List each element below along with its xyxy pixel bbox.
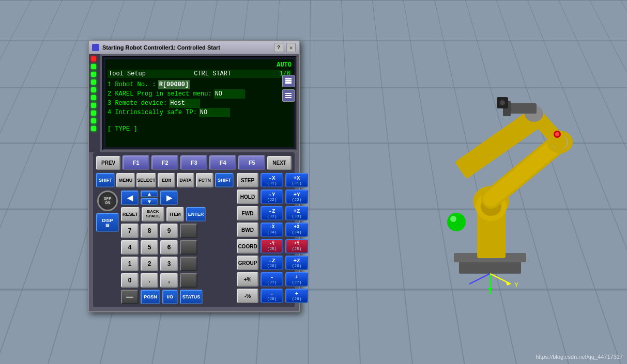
remote-value: Host bbox=[169, 99, 200, 108]
neg-y5-j5-button[interactable]: -Ŷ (J5) bbox=[261, 239, 283, 254]
disp-label: DISP bbox=[102, 218, 113, 223]
svg-rect-31 bbox=[285, 95, 292, 96]
step-button[interactable]: STEP bbox=[237, 173, 258, 187]
num-6[interactable]: 6 bbox=[160, 240, 178, 255]
led-9 bbox=[91, 126, 96, 131]
item-button[interactable]: ITEM bbox=[166, 207, 184, 221]
robot-no-value: R[00000] bbox=[158, 80, 190, 89]
pos-z6-j6-button[interactable]: +Z (J6) bbox=[285, 256, 308, 270]
num-row-4: 0 . , bbox=[121, 273, 206, 288]
num-5[interactable]: 5 bbox=[141, 240, 158, 255]
f5-button[interactable]: F5 bbox=[238, 155, 265, 170]
disp-button[interactable]: DISP ▤ bbox=[96, 213, 119, 232]
pos-j7-button[interactable]: + (J7) bbox=[285, 272, 308, 287]
offon-button[interactable]: OFF ON bbox=[97, 191, 118, 211]
mode-indicator: AUTO bbox=[277, 61, 292, 69]
pos-y5-j5-button[interactable]: +Ŷ (J5) bbox=[285, 239, 308, 254]
disp-icon: ▤ bbox=[105, 223, 110, 228]
side-btn-2[interactable] bbox=[282, 89, 295, 102]
title-bar: Starting Robot Controller1: Controlled S… bbox=[89, 41, 299, 54]
num-comma[interactable]: , bbox=[160, 273, 178, 288]
j4-neg-label: (J4) bbox=[267, 230, 277, 235]
data-button[interactable]: DATA bbox=[177, 173, 194, 187]
j5-neg-label: (J5) bbox=[267, 247, 277, 251]
j8-pos-label: (J8) bbox=[292, 297, 301, 302]
f2-button[interactable]: F2 bbox=[151, 155, 178, 170]
screen-inner: AUTO Tool Setup CTRL START 1/6 1 Robot N… bbox=[105, 59, 294, 147]
num-9[interactable]: 9 bbox=[160, 224, 178, 238]
shift-left-button[interactable]: SHIFT bbox=[96, 173, 115, 187]
window-title: Starting Robot Controller1: Controlled S… bbox=[102, 44, 271, 51]
hold-button[interactable]: HOLD bbox=[237, 189, 258, 204]
neg-j8-button[interactable]: - (J8) bbox=[261, 289, 283, 303]
blank-btn-4 bbox=[180, 273, 197, 288]
num-2[interactable]: 2 bbox=[141, 257, 158, 271]
menu-button[interactable]: MENU bbox=[116, 173, 135, 187]
j5-pos-label: (J5) bbox=[292, 247, 301, 251]
num-row-2: 4 5 6 bbox=[121, 240, 206, 255]
next-button[interactable]: NEXT bbox=[267, 156, 292, 170]
f4-button[interactable]: F4 bbox=[209, 155, 236, 170]
step-row: STEP -X (J1) +X (J1) bbox=[237, 173, 308, 187]
num-8[interactable]: 8 bbox=[141, 224, 158, 238]
pos-j8-button[interactable]: + (J8) bbox=[285, 289, 308, 303]
coord-button[interactable]: COORD bbox=[237, 239, 258, 254]
svg-rect-28 bbox=[285, 80, 292, 82]
prev-button[interactable]: PREV bbox=[96, 156, 120, 170]
num-0[interactable]: 0 bbox=[121, 273, 139, 288]
pos-y-j2-button[interactable]: +Y (J2) bbox=[285, 189, 308, 204]
pos-x4-j4-button[interactable]: +X̂ (J4) bbox=[285, 223, 308, 237]
on-label: ON bbox=[105, 201, 110, 205]
close-button[interactable]: ✕ bbox=[286, 43, 296, 52]
blank-btn-1 bbox=[180, 224, 197, 238]
pos-x-j1-button[interactable]: +X (J1) bbox=[285, 173, 308, 187]
screen-line-2: 2 KAREL Prog in select menu: NO bbox=[108, 89, 292, 99]
select-button[interactable]: SELECT bbox=[136, 173, 156, 187]
edit-button[interactable]: EDIt bbox=[158, 173, 175, 187]
f1-button[interactable]: F1 bbox=[123, 155, 149, 170]
fctn-button[interactable]: FCTN bbox=[196, 173, 213, 187]
neg-z-j3-button[interactable]: -Z (J3) bbox=[261, 206, 283, 220]
fwd-button[interactable]: FWD bbox=[237, 206, 258, 220]
j3-pos-label: (J3) bbox=[292, 214, 301, 219]
num-4[interactable]: 4 bbox=[121, 240, 139, 255]
plus-pct-button[interactable]: +% bbox=[237, 272, 258, 287]
num-3[interactable]: 3 bbox=[160, 257, 178, 271]
side-panel bbox=[282, 75, 295, 102]
pos-z-j3-button[interactable]: +Z (J3) bbox=[285, 206, 308, 220]
neg-j7-button[interactable]: - (J7) bbox=[261, 272, 283, 287]
neg-z6-j6-button[interactable]: -Z (J6) bbox=[261, 256, 283, 270]
neg-y-j2-button[interactable]: -Y (J2) bbox=[261, 189, 283, 204]
posn-button[interactable]: POSN bbox=[141, 290, 160, 304]
io-button[interactable]: I/O bbox=[162, 290, 178, 304]
down-arrow-button[interactable]: ▼ bbox=[141, 198, 158, 205]
utility-row: RESET BACKSPACE ITEM ENTER bbox=[121, 207, 206, 221]
group-button[interactable]: GROUP bbox=[237, 256, 258, 270]
f3-button[interactable]: F3 bbox=[180, 155, 207, 170]
enter-button[interactable]: ENTER bbox=[186, 207, 206, 221]
up-arrow-button[interactable]: ▲ bbox=[141, 191, 158, 197]
neg-x-j1-button[interactable]: -X (J1) bbox=[261, 173, 283, 187]
minus-button[interactable]: — bbox=[121, 290, 139, 304]
left-arrow-button[interactable]: ◀ bbox=[121, 191, 139, 205]
num-1[interactable]: 1 bbox=[121, 257, 139, 271]
neg-j8-label: - bbox=[270, 291, 274, 297]
bwd-button[interactable]: BWD bbox=[237, 223, 258, 237]
screen: AUTO Tool Setup CTRL START 1/6 1 Robot N… bbox=[102, 56, 297, 150]
up-down-arrows: ▲ ▼ bbox=[141, 191, 158, 205]
j8-neg-label: (J8) bbox=[267, 297, 277, 302]
num-7[interactable]: 7 bbox=[121, 224, 139, 238]
right-arrow-button[interactable]: ▶ bbox=[160, 191, 178, 205]
side-btn-1[interactable] bbox=[282, 75, 295, 87]
j6-pos-label: (J6) bbox=[292, 264, 301, 268]
help-button[interactable]: ? bbox=[274, 43, 283, 52]
neg-x4-j4-button[interactable]: -X̂ (J4) bbox=[261, 223, 283, 237]
bottom-row: — POSN I/O STATUS bbox=[121, 290, 206, 304]
status-button[interactable]: STATUS bbox=[180, 290, 203, 304]
shift-right-button[interactable]: SHIFT bbox=[215, 173, 234, 187]
backspace-button[interactable]: BACKSPACE bbox=[142, 207, 164, 221]
reset-button[interactable]: RESET bbox=[121, 207, 140, 221]
neg-j7-label: - bbox=[270, 274, 274, 280]
minus-pct-button[interactable]: -% bbox=[237, 289, 258, 303]
num-dot[interactable]: . bbox=[141, 273, 158, 288]
